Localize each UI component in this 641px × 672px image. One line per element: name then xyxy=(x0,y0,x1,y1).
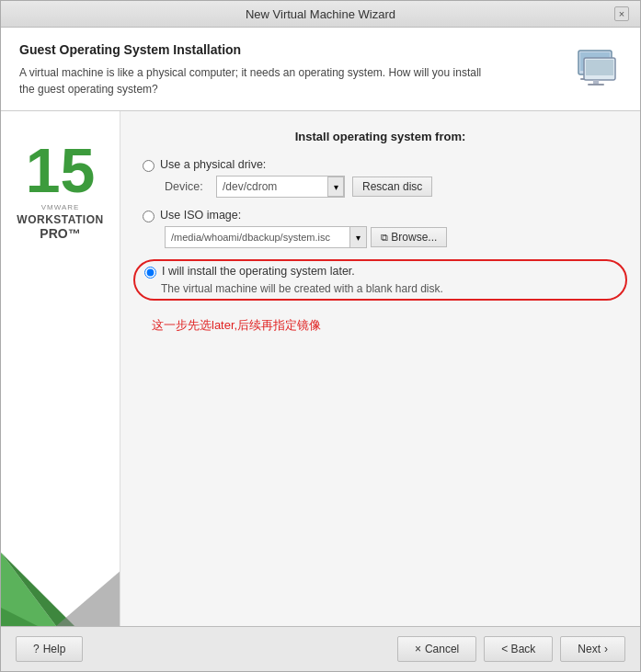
rescan-disc-button[interactable]: Rescan disc xyxy=(352,177,432,197)
header-icon xyxy=(567,42,622,97)
header-description: A virtual machine is like a physical com… xyxy=(19,64,498,97)
iso-input-wrap[interactable]: /media/whoami/dbackup/system.isc ▾ xyxy=(165,226,367,248)
header-text: Guest Operating System Installation A vi… xyxy=(19,42,557,97)
footer-left: ? Help xyxy=(16,636,83,662)
vmware-version-number: 15 xyxy=(26,139,96,201)
header-title: Guest Operating System Installation xyxy=(19,42,557,57)
svg-rect-6 xyxy=(593,80,599,84)
logo-decoration xyxy=(1,479,120,626)
radio-install-later[interactable] xyxy=(144,267,156,279)
next-button[interactable]: Next › xyxy=(560,636,625,662)
option-later-row: I will install the operating system late… xyxy=(144,265,603,279)
main-area: 15 VMWARE WORKSTATION PRO™ Install opera… xyxy=(1,111,640,626)
header-section: Guest Operating System Installation A vi… xyxy=(1,28,640,111)
footer: ? Help × Cancel < Back Next › xyxy=(1,626,640,671)
option-later-label[interactable]: I will install the operating system late… xyxy=(162,265,355,278)
device-value: /dev/cdrom xyxy=(217,180,327,193)
svg-rect-5 xyxy=(586,60,613,75)
wizard-window: New Virtual Machine Wizard × Guest Opera… xyxy=(0,0,641,672)
device-dropdown-arrow[interactable]: ▾ xyxy=(327,177,344,197)
device-sub-option: Device: /dev/cdrom ▾ Rescan disc xyxy=(165,176,618,198)
device-dropdown[interactable]: /dev/cdrom ▾ xyxy=(216,176,345,198)
cancel-button[interactable]: × Cancel xyxy=(397,636,476,662)
back-label: < Back xyxy=(501,643,535,655)
help-label: Help xyxy=(43,643,66,655)
option-physical-drive-row: Use a physical drive: xyxy=(143,158,618,172)
vmware-vendor-label: VMWARE xyxy=(41,203,80,211)
iso-value: /media/whoami/dbackup/system.isc xyxy=(166,229,349,245)
device-label: Device: xyxy=(165,180,209,193)
radio-physical-drive[interactable] xyxy=(143,160,155,172)
svg-marker-10 xyxy=(56,571,120,626)
window-title: New Virtual Machine Wizard xyxy=(27,7,614,21)
device-dropdown-wrap: /dev/cdrom ▾ xyxy=(216,176,345,198)
option-later-text: I will install the operating system late… xyxy=(162,265,355,278)
iso-dropdown-arrow[interactable]: ▾ xyxy=(349,227,366,247)
option-iso-label[interactable]: Use ISO image: xyxy=(160,209,241,222)
option-later-container: I will install the operating system late… xyxy=(143,261,618,299)
vmware-branding: 15 VMWARE WORKSTATION PRO™ xyxy=(1,111,120,626)
cancel-icon: × xyxy=(415,643,421,655)
cancel-label: Cancel xyxy=(425,643,459,655)
browse-label: Browse... xyxy=(391,231,437,244)
vmware-product-line2: PRO™ xyxy=(40,226,80,241)
annotation-text: 这一步先选later,后续再指定镜像 xyxy=(152,317,618,334)
option-physical-drive-label[interactable]: Use a physical drive: xyxy=(160,158,266,171)
vmware-product-line1: WORKSTATION xyxy=(17,213,103,226)
help-button[interactable]: ? Help xyxy=(16,636,83,662)
title-bar: New Virtual Machine Wizard × xyxy=(1,1,640,28)
radio-iso-image[interactable] xyxy=(143,211,155,222)
browse-button[interactable]: ⧉ Browse... xyxy=(371,227,447,247)
option-iso-row: Use ISO image: xyxy=(143,209,618,222)
options-title: Install operating system from: xyxy=(143,130,618,143)
iso-sub-option: /media/whoami/dbackup/system.isc ▾ ⧉ Bro… xyxy=(165,226,618,248)
help-icon: ? xyxy=(33,643,40,655)
back-button[interactable]: < Back xyxy=(484,636,553,662)
close-button[interactable]: × xyxy=(614,6,629,21)
footer-right: × Cancel < Back Next › xyxy=(397,636,625,662)
svg-rect-7 xyxy=(588,84,604,85)
options-area: Install operating system from: Use a phy… xyxy=(120,111,640,626)
next-icon: › xyxy=(604,643,608,655)
computer-icon xyxy=(567,43,621,97)
browse-icon: ⧉ xyxy=(381,232,388,243)
option-later-description: The virtual machine will be created with… xyxy=(161,282,603,295)
next-label: Next xyxy=(578,643,601,655)
